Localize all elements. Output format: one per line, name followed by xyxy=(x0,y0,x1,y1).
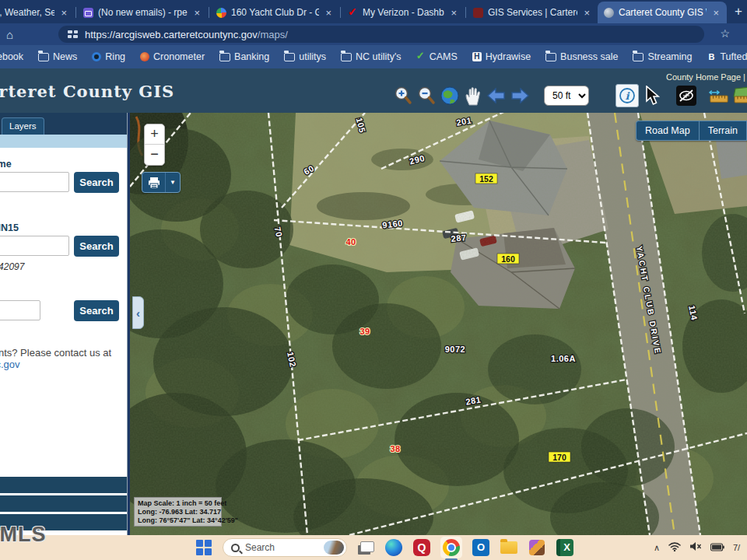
hidden-icons-chevron[interactable] xyxy=(654,543,660,553)
zoom-in-button[interactable]: + xyxy=(145,124,164,145)
folder-icon xyxy=(284,53,295,61)
print-options-caret-icon[interactable] xyxy=(166,173,180,192)
outlook-taskbar-button[interactable]: O xyxy=(472,538,490,557)
bookmark-cronometer[interactable]: Cronometer xyxy=(140,51,205,62)
previous-extent-arrow-icon[interactable] xyxy=(486,85,507,107)
bookmark-folder-news[interactable]: News xyxy=(38,51,77,62)
acreage-label: 1.06A xyxy=(551,354,576,363)
b-logo-icon: B xyxy=(707,52,716,61)
wifi-icon[interactable] xyxy=(668,541,681,555)
photos-taskbar-button[interactable] xyxy=(528,538,546,557)
identify-info-button[interactable]: i xyxy=(615,84,639,107)
owner-name-input[interactable] xyxy=(0,172,69,192)
county-home-links[interactable]: County Home Page | GIS Home xyxy=(666,72,747,82)
county-seal-icon xyxy=(473,8,483,18)
pan-hand-icon[interactable] xyxy=(463,85,483,107)
map-zoom-control: + − xyxy=(144,124,165,166)
parcel-pin-input[interactable] xyxy=(0,236,69,256)
bookmark-star-icon[interactable] xyxy=(720,27,730,40)
close-icon[interactable]: × xyxy=(59,7,68,19)
home-icon[interactable] xyxy=(6,28,13,41)
book-search-button[interactable]: Search xyxy=(74,300,119,321)
aerial-map[interactable]: 105 201 290 60 152 70 9160 40 287 160 10… xyxy=(130,113,747,535)
zoom-out-tool-icon[interactable] xyxy=(416,85,437,107)
battery-icon[interactable] xyxy=(710,541,724,555)
bookmark-folder-utilitys[interactable]: utilitys xyxy=(284,51,326,62)
parcel-label: 9072 xyxy=(445,345,465,354)
tab-divider xyxy=(465,7,466,18)
bookmark-ring[interactable]: Ring xyxy=(92,51,125,62)
bookmark-hydrawise[interactable]: HHydrawise xyxy=(472,51,531,62)
bookmark-tufted[interactable]: BTufted Outdoor Sett... xyxy=(707,51,747,62)
bookmark-cams[interactable]: CAMS xyxy=(416,51,458,62)
basemap-terrain-button[interactable]: Terrain xyxy=(699,121,746,141)
lot-number-label: 40 xyxy=(345,237,356,247)
file-explorer-icon xyxy=(500,541,517,554)
contact-email-link[interactable]: gis@carteretcountync.gov xyxy=(0,359,20,370)
url-field[interactable]: https://arcgisweb.carteretcountync.gov/m… xyxy=(58,26,704,43)
tab-verizon[interactable]: My Verizon - Dashboard × xyxy=(342,2,465,23)
search-highlight-image[interactable] xyxy=(324,541,344,555)
gis-page-header: Carteret County GIS County Home Page | G… xyxy=(0,68,747,113)
tab-mail-weather[interactable]: il, Weather, Sea × xyxy=(0,2,75,23)
sidebar-collapse-handle[interactable] xyxy=(132,296,144,329)
start-button[interactable] xyxy=(195,538,213,557)
new-tab-button[interactable]: + xyxy=(735,4,742,19)
tab-title: (No new emails) - rpebner xyxy=(98,7,188,18)
task-view-button[interactable] xyxy=(356,538,375,557)
map-scale-select[interactable]: 50 ft xyxy=(544,86,589,106)
accordion-section-1[interactable] xyxy=(0,477,127,493)
tab-layers[interactable]: Layers xyxy=(2,117,44,135)
file-explorer-button[interactable] xyxy=(500,538,518,557)
url-text: https://arcgisweb.carteretcountync.gov/m… xyxy=(85,29,288,40)
close-icon[interactable]: × xyxy=(192,7,202,19)
excel-taskbar-button[interactable]: X xyxy=(556,538,574,557)
owner-search-label: Search by Owner Name xyxy=(0,159,12,170)
chrome-taskbar-button[interactable] xyxy=(440,537,462,558)
pointer-cursor-icon[interactable] xyxy=(642,85,662,107)
tab-google-maps[interactable]: 160 Yacht Club Dr - Googl × xyxy=(210,2,339,23)
owner-search-button[interactable]: Search xyxy=(74,172,119,193)
zoom-out-button[interactable]: − xyxy=(145,145,164,165)
pin-example-text: Example: 636615842097 xyxy=(0,261,24,272)
print-split-button xyxy=(142,172,181,193)
tab-carteret-gis-active[interactable]: Carteret County GIS Webs × xyxy=(598,2,727,23)
bookmark-folder-nc-utilitys[interactable]: NC utility's xyxy=(341,51,402,62)
bookmark-folder-streaming[interactable]: Streaming xyxy=(633,51,692,62)
deactivate-tool-icon[interactable] xyxy=(676,86,696,106)
volume-muted-icon[interactable] xyxy=(689,541,702,555)
book-page-input[interactable] xyxy=(0,300,40,320)
pin-search-button[interactable]: Search xyxy=(74,236,119,257)
tab-gis-services[interactable]: GIS Services | Carteret Cou × xyxy=(467,2,598,23)
close-icon[interactable]: × xyxy=(711,7,721,19)
taskbar-clock[interactable]: 7/ xyxy=(733,543,745,552)
printer-icon[interactable] xyxy=(142,173,166,192)
dimension-label: 287 xyxy=(451,233,467,243)
bookmark-facebook[interactable]: ebook xyxy=(0,51,23,62)
accordion-section-2[interactable] xyxy=(0,495,127,512)
taskbar-search-box[interactable]: Search xyxy=(223,538,347,557)
zoom-in-tool-icon[interactable] xyxy=(393,85,413,107)
address-bar: https://arcgisweb.carteretcountync.gov/m… xyxy=(0,23,747,45)
quicken-taskbar-button[interactable]: Q xyxy=(412,538,431,557)
tab-emails[interactable]: (No new emails) - rpebner × xyxy=(77,2,208,23)
close-icon[interactable]: × xyxy=(449,7,458,19)
measure-distance-icon[interactable] xyxy=(709,85,729,107)
edge-icon xyxy=(385,539,402,556)
site-permissions-icon[interactable] xyxy=(68,30,79,38)
bookmark-folder-busness-sale[interactable]: Busness sale xyxy=(545,51,618,62)
measure-area-icon[interactable] xyxy=(732,85,747,107)
next-extent-arrow-icon[interactable] xyxy=(510,85,530,107)
sidebar-tab-strip: Layers xyxy=(0,113,128,135)
edge-taskbar-button[interactable] xyxy=(384,538,403,557)
task-view-icon xyxy=(360,541,374,552)
basemap-road-map-button[interactable]: Road Map xyxy=(636,121,699,141)
ncrmls-watermark: NCRMLS xyxy=(0,523,47,547)
close-icon[interactable]: × xyxy=(582,7,591,19)
verizon-check-icon xyxy=(348,8,358,18)
close-icon[interactable]: × xyxy=(324,7,333,19)
quicken-icon: Q xyxy=(413,539,430,556)
bookmark-folder-banking[interactable]: Banking xyxy=(219,51,269,62)
full-extent-globe-icon[interactable] xyxy=(440,85,460,107)
pin-search-label: Search by Parcel ID or PIN15 xyxy=(0,222,19,233)
